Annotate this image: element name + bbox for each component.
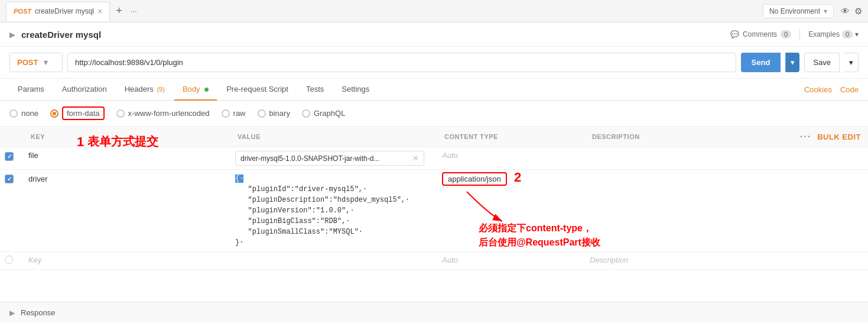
send-dropdown-button[interactable]: ▾ <box>785 53 799 72</box>
file-value-text: driver-mysql5-1.0.0-SNAPSHOT-jar-with-d.… <box>240 154 408 163</box>
save-button[interactable]: Save <box>804 53 840 72</box>
new-row-check <box>0 252 24 270</box>
col-header-key: KEY <box>24 127 230 147</box>
content-type-json[interactable]: application/json <box>442 172 507 186</box>
cookies-link[interactable]: Cookies <box>804 85 832 94</box>
key-input[interactable] <box>28 151 226 160</box>
radio-none-icon <box>9 109 18 118</box>
request-header: ▶ createDriver mysql 💬 Comments 0 Exampl… <box>0 22 868 47</box>
row-checkbox[interactable] <box>5 152 14 161</box>
file-clear-button[interactable]: ✕ <box>412 154 419 163</box>
radio-raw-icon <box>222 109 230 118</box>
new-row-desc-cell: Description <box>585 252 868 270</box>
tab-settings[interactable]: Settings <box>333 79 378 101</box>
save-chevron-icon: ▾ <box>849 58 853 67</box>
description-input-2[interactable] <box>590 175 863 183</box>
row-content-type-cell: Auto <box>437 147 585 170</box>
eye-icon[interactable]: 👁 <box>841 6 850 17</box>
new-row-value-cell <box>230 252 437 270</box>
row-value-cell: driver-mysql5-1.0.0-SNAPSHOT-jar-with-d.… <box>230 147 437 170</box>
radio-binary-icon <box>258 109 266 118</box>
examples-count: 0 <box>842 30 853 38</box>
examples-button[interactable]: Examples 0 ▾ <box>808 30 859 38</box>
body-type-urlencoded[interactable]: x-www-form-urlencoded <box>116 109 210 118</box>
body-type-raw[interactable]: raw <box>222 109 246 118</box>
comments-icon: 💬 <box>730 30 739 38</box>
new-tab-button[interactable]: + <box>112 5 126 17</box>
body-type-bar: none form-data x-www-form-urlencoded raw… <box>0 101 868 127</box>
table-row-new: Key Auto Description <box>0 252 868 270</box>
environment-label: No Environment <box>769 7 820 15</box>
col-header-value: VALUE <box>230 127 437 147</box>
comments-label: Comments <box>743 30 777 38</box>
url-bar: POST ▾ Send ▾ Save ▾ <box>0 47 868 79</box>
environment-selector[interactable]: No Environment ▾ <box>763 4 834 18</box>
method-selector[interactable]: POST ▾ <box>9 53 63 72</box>
body-active-dot <box>204 88 209 92</box>
body-type-binary[interactable]: binary <box>258 109 290 118</box>
new-desc-placeholder: Description <box>590 256 628 264</box>
table-row: driver-mysql5-1.0.0-SNAPSHOT-jar-with-d.… <box>0 147 868 170</box>
save-dropdown-button[interactable]: ▾ <box>844 53 859 72</box>
tab-title: createDriver mysql <box>35 7 94 15</box>
row-key-cell <box>24 147 230 170</box>
tab-params[interactable]: Params <box>9 79 53 101</box>
key-input-2[interactable] <box>28 175 226 183</box>
request-tabs: Params Authorization Headers (9) Body Pr… <box>0 79 868 101</box>
json-value-area[interactable]: {· "pluginId":"driver-mysql5",· "pluginD… <box>235 173 433 248</box>
tab-bar: POST createDriver mysql × + ··· No Envir… <box>0 0 868 22</box>
more-options-button[interactable]: ··· <box>800 131 811 142</box>
description-input[interactable] <box>590 151 863 160</box>
row-description-cell <box>585 147 868 170</box>
params-table-container: KEY VALUE CONTENT TYPE DESCRIPTION ··· B… <box>0 127 868 270</box>
tab-prerequest[interactable]: Pre-request Script <box>218 79 297 101</box>
tab-tests[interactable]: Tests <box>298 79 332 101</box>
tab-headers[interactable]: Headers (9) <box>116 79 173 101</box>
tab-more-button[interactable]: ··· <box>128 7 139 15</box>
examples-label: Examples <box>808 30 840 38</box>
comments-button[interactable]: 💬 Comments 0 <box>730 30 791 38</box>
comments-count: 0 <box>781 30 791 38</box>
method-chevron-icon: ▾ <box>44 58 48 67</box>
json-highlight: {· <box>235 175 243 183</box>
col-header-description: DESCRIPTION ··· Bulk Edit <box>585 127 868 147</box>
send-chevron-icon: ▾ <box>791 58 795 67</box>
bulk-edit-button[interactable]: Bulk Edit <box>817 133 861 141</box>
send-button[interactable]: Send <box>741 53 781 72</box>
content-type-auto: Auto <box>442 151 458 160</box>
tab-body[interactable]: Body <box>174 79 217 101</box>
new-row-radio <box>5 256 13 264</box>
request-title: createDriver mysql <box>21 30 724 40</box>
body-type-graphql[interactable]: GraphQL <box>302 109 345 118</box>
col-header-check <box>0 127 24 147</box>
table-row: {· "pluginId":"driver-mysql5",· "pluginD… <box>0 170 868 252</box>
expand-icon[interactable]: ▶ <box>9 30 15 39</box>
col-header-content-type: CONTENT TYPE <box>437 127 585 147</box>
radio-formdata-icon <box>50 109 58 118</box>
row-checkbox-2[interactable] <box>5 175 14 183</box>
row-checkbox-cell-2 <box>0 170 24 252</box>
row-content-type-cell-2: application/json <box>437 170 585 252</box>
radio-urlencoded-icon <box>116 109 125 118</box>
tab-authorization[interactable]: Authorization <box>54 79 115 101</box>
row-checkbox-cell <box>0 147 24 170</box>
headers-badge: (9) <box>157 86 164 93</box>
params-table: KEY VALUE CONTENT TYPE DESCRIPTION ··· B… <box>0 127 868 270</box>
tab-close-icon[interactable]: × <box>97 7 102 15</box>
examples-chevron-icon: ▾ <box>855 30 859 38</box>
table-header-row: KEY VALUE CONTENT TYPE DESCRIPTION ··· B… <box>0 127 868 147</box>
body-type-none[interactable]: none <box>9 109 38 118</box>
new-key-placeholder: Key <box>28 256 41 264</box>
new-row-key-cell: Key <box>24 252 230 270</box>
new-content-auto: Auto <box>442 256 458 264</box>
method-label: POST <box>17 58 38 67</box>
url-input[interactable] <box>67 53 736 72</box>
request-tab[interactable]: POST createDriver mysql × <box>6 2 110 21</box>
row-value-cell-2: {· "pluginId":"driver-mysql5",· "pluginD… <box>230 170 437 252</box>
radio-graphql-icon <box>302 109 310 118</box>
gear-icon[interactable]: ⚙ <box>854 6 862 17</box>
body-type-form-data[interactable]: form-data <box>50 106 105 120</box>
code-link[interactable]: Code <box>840 85 859 94</box>
tab-method-badge: POST <box>14 8 31 15</box>
row-key-cell-2 <box>24 170 230 252</box>
